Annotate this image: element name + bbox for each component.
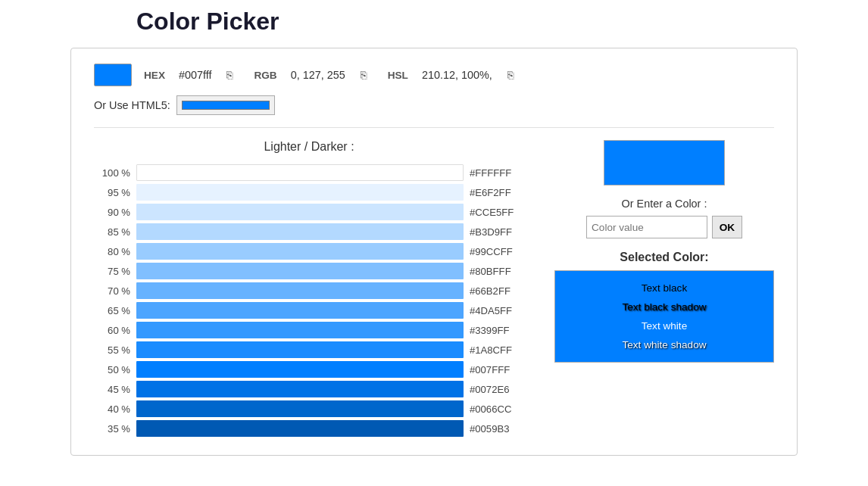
shades-column: Lighter / Darker : 100 %#FFFFFF95 %#E6F2… bbox=[94, 140, 524, 440]
shade-hex-value: #CCE5FF bbox=[470, 207, 524, 218]
shade-percent: 80 % bbox=[94, 246, 130, 257]
hex-copy-icon[interactable]: ⎘ bbox=[226, 69, 233, 81]
hex-label: HEX bbox=[144, 70, 165, 81]
shade-row: 100 %#FFFFFF bbox=[94, 164, 524, 181]
text-sample-white: Text white bbox=[566, 316, 763, 335]
shade-hex-value: #66B2FF bbox=[470, 285, 524, 297]
shade-hex-value: #4DA5FF bbox=[470, 305, 524, 316]
shade-row: 60 %#3399FF bbox=[94, 322, 524, 338]
rgb-value: 0, 127, 255 bbox=[291, 69, 345, 81]
rgb-copy-icon[interactable]: ⎘ bbox=[361, 69, 367, 81]
shade-bar[interactable] bbox=[136, 204, 464, 220]
shade-percent: 45 % bbox=[94, 384, 130, 395]
shade-row: 70 %#66B2FF bbox=[94, 282, 524, 299]
selected-color-title: Selected Color: bbox=[554, 251, 774, 264]
hex-value: #007fff bbox=[179, 69, 212, 81]
ok-button[interactable]: OK bbox=[712, 216, 742, 238]
shade-row: 80 %#99CCFF bbox=[94, 243, 524, 260]
selected-color-box: Text black Text black shadow Text white … bbox=[554, 270, 774, 363]
shade-hex-value: #E6F2FF bbox=[470, 187, 524, 198]
html5-label: Or Use HTML5: bbox=[94, 99, 170, 111]
shade-percent: 85 % bbox=[94, 226, 130, 238]
shade-row: 50 %#007FFF bbox=[94, 361, 524, 378]
shade-bar[interactable] bbox=[136, 282, 464, 299]
shade-percent: 90 % bbox=[94, 207, 130, 218]
shade-bar[interactable] bbox=[136, 263, 464, 279]
shade-percent: 75 % bbox=[94, 266, 130, 277]
shade-bar[interactable] bbox=[136, 341, 464, 358]
enter-color-row: OK bbox=[554, 216, 774, 238]
enter-color-input[interactable] bbox=[586, 216, 707, 238]
shades-title: Lighter / Darker : bbox=[94, 140, 524, 154]
shade-hex-value: #0066CC bbox=[470, 403, 524, 415]
shade-bar[interactable] bbox=[136, 400, 464, 417]
shade-bar[interactable] bbox=[136, 243, 464, 260]
rgb-label: RGB bbox=[254, 70, 276, 81]
shade-bar[interactable] bbox=[136, 164, 464, 181]
shade-bar[interactable] bbox=[136, 322, 464, 338]
shade-row: 40 %#0066CC bbox=[94, 400, 524, 417]
top-bar: HEX #007fff ⎘ RGB 0, 127, 255 ⎘ HSL 210.… bbox=[94, 64, 774, 86]
shade-hex-value: #0072E6 bbox=[470, 384, 524, 395]
shade-percent: 50 % bbox=[94, 364, 130, 375]
shade-row: 90 %#CCE5FF bbox=[94, 204, 524, 220]
text-sample-black: Text black bbox=[566, 279, 763, 298]
shade-hex-value: #0059B3 bbox=[470, 423, 524, 435]
shade-row: 75 %#80BFFF bbox=[94, 263, 524, 279]
shade-bar[interactable] bbox=[136, 420, 464, 437]
shade-hex-value: #FFFFFF bbox=[470, 167, 524, 179]
shade-hex-value: #99CCFF bbox=[470, 246, 524, 257]
shade-percent: 70 % bbox=[94, 285, 130, 297]
shade-hex-value: #3399FF bbox=[470, 325, 524, 336]
shade-bar[interactable] bbox=[136, 302, 464, 319]
shades-list: 100 %#FFFFFF95 %#E6F2FF90 %#CCE5FF85 %#B… bbox=[94, 164, 524, 437]
shade-hex-value: #1A8CFF bbox=[470, 344, 524, 356]
html5-row: Or Use HTML5: bbox=[94, 95, 774, 115]
shade-percent: 100 % bbox=[94, 167, 130, 179]
shade-bar[interactable] bbox=[136, 184, 464, 201]
shade-hex-value: #80BFFF bbox=[470, 266, 524, 277]
right-column: Or Enter a Color : OK Selected Color: Te… bbox=[554, 140, 774, 440]
shade-row: 65 %#4DA5FF bbox=[94, 302, 524, 319]
shade-row: 35 %#0059B3 bbox=[94, 420, 524, 437]
main-card: HEX #007fff ⎘ RGB 0, 127, 255 ⎘ HSL 210.… bbox=[70, 48, 798, 456]
shade-percent: 95 % bbox=[94, 187, 130, 198]
shade-bar[interactable] bbox=[136, 381, 464, 397]
enter-color-label: Or Enter a Color : bbox=[554, 198, 774, 210]
shade-row: 95 %#E6F2FF bbox=[94, 184, 524, 201]
hsl-value: 210.12, 100%, bbox=[422, 69, 492, 81]
shade-percent: 35 % bbox=[94, 423, 130, 435]
color-preview-box bbox=[604, 140, 725, 185]
text-sample-white-shadow: Text white shadow bbox=[566, 335, 763, 354]
color-swatch-preview bbox=[94, 64, 132, 86]
shade-row: 55 %#1A8CFF bbox=[94, 341, 524, 358]
shade-percent: 60 % bbox=[94, 325, 130, 336]
shade-hex-value: #007FFF bbox=[470, 364, 524, 375]
shade-percent: 65 % bbox=[94, 305, 130, 316]
shade-bar[interactable] bbox=[136, 361, 464, 378]
shade-percent: 40 % bbox=[94, 403, 130, 415]
text-sample-black-shadow: Text black shadow bbox=[566, 298, 763, 316]
html5-color-input[interactable] bbox=[176, 95, 275, 115]
shade-hex-value: #B3D9FF bbox=[470, 226, 524, 238]
two-column-layout: Lighter / Darker : 100 %#FFFFFF95 %#E6F2… bbox=[94, 140, 774, 440]
hsl-label: HSL bbox=[388, 70, 408, 81]
shade-bar[interactable] bbox=[136, 223, 464, 240]
hsl-copy-icon[interactable]: ⎘ bbox=[507, 69, 514, 81]
shade-percent: 55 % bbox=[94, 344, 130, 356]
shade-row: 45 %#0072E6 bbox=[94, 381, 524, 397]
page-title: Color Picker bbox=[15, 8, 853, 36]
shade-row: 85 %#B3D9FF bbox=[94, 223, 524, 240]
